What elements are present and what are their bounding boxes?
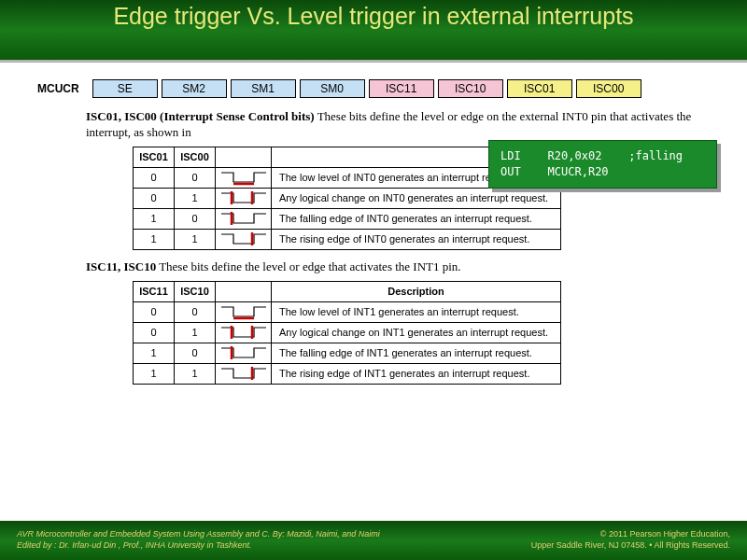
wave-falling-icon [217, 209, 271, 228]
desc-isc0-bold: ISC01, ISC00 (Interrupt Sense Control bi… [86, 109, 315, 123]
desc-isc1-bold: ISC11, ISC10 [86, 259, 156, 273]
slide-title: Edge trigger Vs. Level trigger in extern… [0, 0, 747, 60]
table-int1: ISC11ISC10Description 00The low level of… [133, 281, 561, 385]
wave-change-icon [217, 323, 271, 342]
wave-rising-icon [217, 364, 271, 383]
footer-editor: Edited by : Dr. Irfan-ud Din , Prof., IN… [17, 540, 380, 552]
table-row: 01Any logical change on INT0 generates a… [134, 188, 561, 208]
wave-low-icon [217, 302, 271, 321]
bit-sm1: SM1 [231, 79, 296, 98]
desc-isc1-text: These bits define the level or edge that… [156, 259, 460, 273]
table-row: 01Any logical change on INT1 generates a… [134, 322, 561, 343]
slide-body: MCUCR SE SM2 SM1 SM0 ISC11 ISC10 ISC01 I… [0, 63, 747, 385]
th-isc10: ISC10 [175, 281, 216, 301]
footer-address: Upper Saddle River, NJ 07458. • All Righ… [531, 540, 730, 552]
footer-right: © 2011 Pearson Higher Education, Upper S… [531, 529, 730, 551]
table-row: 11The rising edge of INT0 generates an i… [134, 229, 561, 249]
bit-isc10: ISC10 [438, 79, 503, 98]
wave-low-icon [217, 168, 271, 187]
th-isc01: ISC01 [134, 147, 175, 167]
register-diagram: MCUCR SE SM2 SM1 SM0 ISC11 ISC10 ISC01 I… [37, 79, 717, 98]
th-isc00: ISC00 [175, 147, 216, 167]
bit-se: SE [92, 79, 158, 98]
wave-rising-icon [217, 230, 271, 248]
register-name: MCUCR [37, 82, 79, 95]
bit-isc00: ISC00 [576, 79, 641, 98]
code-overlay: LDI R20,0x02 ;falling OUT MCUCR,R20 [488, 140, 717, 189]
wave-falling-icon [217, 343, 271, 362]
bit-sm2: SM2 [162, 79, 227, 98]
desc-isc1: ISC11, ISC10 These bits define the level… [86, 259, 717, 275]
bit-sm0: SM0 [300, 79, 365, 98]
th-desc: Description [272, 281, 561, 301]
footer-copyright: © 2011 Pearson Higher Education, [531, 529, 730, 540]
footer-left: AVR Microcontroller and Embedded System … [17, 529, 380, 551]
th-isc11: ISC11 [134, 281, 175, 301]
table-row: 10The falling edge of INT0 generates an … [134, 208, 561, 229]
bit-isc01: ISC01 [507, 79, 572, 98]
table-row: 10The falling edge of INT1 generates an … [134, 343, 561, 363]
wave-change-icon [217, 189, 271, 207]
desc-isc0: ISC01, ISC00 (Interrupt Sense Control bi… [86, 109, 717, 141]
table-row: 11The rising edge of INT1 generates an i… [134, 363, 561, 384]
th-wave [216, 147, 272, 167]
slide-footer: AVR Microcontroller and Embedded System … [0, 521, 747, 560]
footer-book: AVR Microcontroller and Embedded System … [17, 529, 380, 540]
table-row: 00The low level of INT1 generates an int… [134, 301, 561, 322]
bit-isc11: ISC11 [369, 79, 434, 98]
th-wave [216, 281, 272, 301]
